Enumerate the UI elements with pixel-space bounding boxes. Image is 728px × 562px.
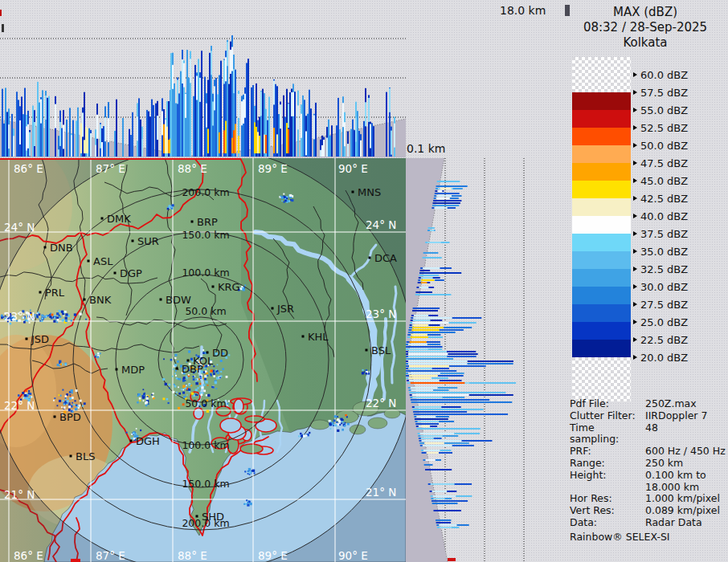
latitude-label-left: 22° N bbox=[4, 399, 35, 412]
city-label: BNK bbox=[89, 294, 112, 306]
tick-arrow-icon bbox=[633, 249, 637, 254]
legend-header: MAX (dBZ) 08:32 / 28-Sep-2025 Kolkata bbox=[562, 5, 728, 51]
echo-bar-cluster bbox=[437, 181, 460, 182]
product-timestamp: 08:32 / 28-Sep-2025 bbox=[562, 20, 728, 35]
tick-arrow-icon bbox=[633, 302, 637, 307]
tick-arrow-icon bbox=[633, 337, 637, 342]
legend-band bbox=[572, 216, 631, 234]
city-dot bbox=[114, 272, 117, 275]
tick-arrow-icon bbox=[633, 355, 637, 360]
metadata-row: Time sampling:48 bbox=[570, 422, 726, 446]
legend-tick-label: 47.5 dBZ bbox=[640, 157, 688, 169]
metadata-value: IIRDoppler 7 bbox=[645, 410, 707, 422]
latitude-label-right: 22° N bbox=[366, 397, 396, 409]
legend-tick: 47.5 dBZ bbox=[633, 157, 688, 169]
longitude-label-top: 87° E bbox=[96, 162, 125, 175]
echo-bar-cluster bbox=[204, 35, 249, 157]
tick-arrow-icon bbox=[633, 231, 637, 236]
city-label: DBP bbox=[182, 363, 203, 375]
city-label: KRG bbox=[218, 281, 240, 293]
city-dot bbox=[26, 338, 28, 340]
top-cross-section-plot bbox=[0, 0, 406, 158]
city-label: DNB bbox=[50, 242, 73, 254]
legend-tick-label: 27.5 dBZ bbox=[640, 299, 688, 311]
range-ring-label: 50.0 km bbox=[185, 397, 226, 409]
legend-tick: 55.0 dBZ bbox=[633, 104, 688, 116]
metadata-row: Data:Radar Data bbox=[570, 517, 726, 529]
legend-tick-label: 55.0 dBZ bbox=[640, 104, 688, 116]
tick-arrow-icon bbox=[633, 196, 637, 201]
city-dot bbox=[132, 240, 134, 242]
side-cross-section-plot bbox=[406, 158, 562, 562]
city-label: BSL bbox=[371, 344, 391, 356]
metadata-label: Data: bbox=[570, 517, 645, 529]
city-dot bbox=[54, 416, 56, 418]
metadata-row: Pdf File:250Z.max bbox=[570, 398, 726, 410]
tick-arrow-icon bbox=[633, 320, 637, 324]
city-dot bbox=[176, 368, 178, 370]
metadata-row: Hor Res:1.000 km/pixel bbox=[570, 493, 726, 505]
range-ring-label: 150.0 km bbox=[182, 229, 229, 241]
legend-tick-label: 22.5 dBZ bbox=[640, 334, 688, 346]
metadata-row: Clutter Filter:IIRDoppler 7 bbox=[570, 410, 726, 422]
legend-tick-label: 45.0 dBZ bbox=[640, 175, 688, 187]
legend-tick: 45.0 dBZ bbox=[633, 175, 688, 186]
longitude-label-top: 86° E bbox=[14, 162, 43, 175]
legend-tick: 52.5 dBZ bbox=[633, 122, 688, 133]
city-dot bbox=[44, 246, 47, 249]
legend-tick-label: 40.0 dBZ bbox=[640, 210, 688, 222]
longitude-label-bottom: 88° E bbox=[178, 549, 207, 562]
tick-arrow-icon bbox=[633, 267, 637, 271]
legend-band bbox=[572, 269, 631, 287]
city-dot bbox=[187, 360, 190, 362]
range-ring-label: 50.0 km bbox=[185, 305, 226, 317]
metadata-value: 600 Hz / 450 Hz bbox=[645, 446, 726, 458]
metadata-value: 1.000 km/pixel bbox=[645, 493, 720, 505]
city-label: BRP bbox=[197, 216, 218, 228]
echo-bar-cluster bbox=[336, 96, 362, 157]
metadata-value: 0.100 km to 18.000 km bbox=[645, 470, 706, 494]
metadata-value: 0.089 km/pixel bbox=[645, 505, 720, 517]
legend-tick: 25.0 dBZ bbox=[633, 316, 688, 328]
tick-arrow-icon bbox=[633, 178, 637, 183]
legend-band bbox=[572, 340, 631, 357]
legend-panel: MAX (dBZ) 08:32 / 28-Sep-2025 Kolkata 60… bbox=[562, 0, 728, 562]
legend-tick: 27.5 dBZ bbox=[633, 299, 688, 310]
tick-arrow-icon bbox=[633, 284, 637, 289]
longitude-label-bottom: 87° E bbox=[96, 549, 125, 562]
edge-tick-red bbox=[0, 10, 2, 16]
metadata-label: Time sampling: bbox=[570, 422, 645, 446]
legend-tick: 32.5 dBZ bbox=[633, 263, 688, 275]
legend-band-underflow bbox=[572, 357, 631, 401]
legend-tick-label: 52.5 dBZ bbox=[640, 122, 688, 134]
city-label: JSD bbox=[31, 333, 49, 345]
city-dot bbox=[101, 218, 104, 220]
metadata-row: Height:0.100 km to 18.000 km bbox=[570, 470, 726, 494]
tick-arrow-icon bbox=[633, 72, 637, 77]
city-dot bbox=[366, 349, 368, 352]
city-dot bbox=[369, 257, 371, 259]
range-ring-label: 100.0 km bbox=[182, 267, 229, 279]
latitude-label-right: 21° N bbox=[366, 486, 396, 499]
station-name: Kolkata bbox=[562, 35, 728, 51]
legend-tick-label: 25.0 dBZ bbox=[640, 316, 688, 328]
echo-bar-cluster bbox=[415, 418, 493, 454]
tick-arrow-icon bbox=[633, 143, 637, 148]
tick-arrow-icon bbox=[633, 125, 637, 130]
software-brand: Rainbow® SELEX-SI bbox=[570, 531, 726, 544]
latitude-label-right: 24° N bbox=[366, 218, 396, 231]
legend-band bbox=[572, 163, 631, 181]
legend-tick: 35.0 dBZ bbox=[633, 246, 688, 257]
latitude-label-right: 23° N bbox=[366, 307, 396, 320]
metadata-label: PRF: bbox=[570, 446, 645, 458]
city-dot bbox=[191, 221, 194, 223]
tick-arrow-icon bbox=[633, 161, 637, 165]
city-dot bbox=[88, 260, 90, 263]
longitude-label-top: 89° E bbox=[258, 162, 288, 175]
legend-tick-label: 35.0 dBZ bbox=[640, 246, 688, 258]
city-label: KHL bbox=[308, 331, 329, 343]
city-label: BPD bbox=[59, 411, 81, 423]
legend-tick-label: 37.5 dBZ bbox=[640, 228, 688, 240]
city-dot bbox=[302, 336, 305, 338]
legend-band bbox=[572, 181, 631, 198]
